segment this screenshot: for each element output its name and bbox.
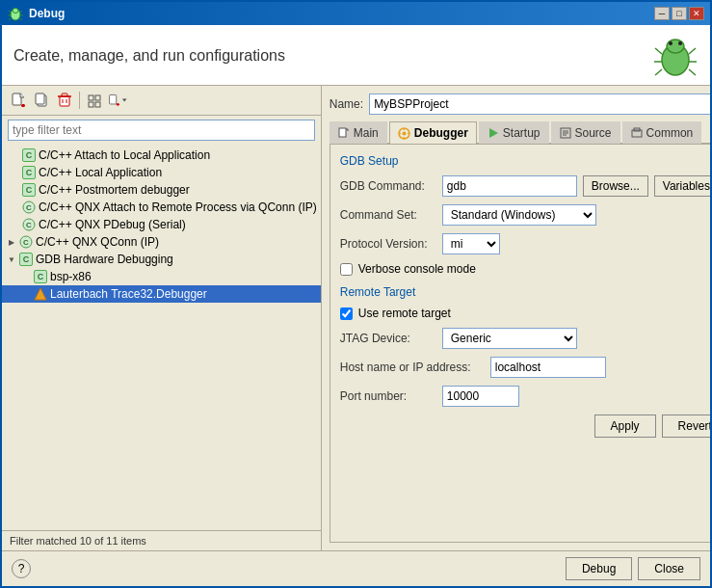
svg-text:C: C: [26, 203, 32, 212]
c-badge-icon-bsp: C: [33, 269, 48, 284]
svg-point-9: [667, 40, 684, 53]
svg-rect-29: [89, 95, 93, 100]
window-close-button[interactable]: ✕: [689, 7, 704, 20]
command-set-row: Command Set: Standard (Windows) Standard…: [340, 204, 710, 226]
apply-button[interactable]: Apply: [594, 414, 656, 438]
tree-item-gdb-hw[interactable]: ▼ C GDB Hardware Debugging: [2, 251, 321, 268]
port-row: Port number:: [340, 386, 710, 407]
new-type-dropdown-button[interactable]: [107, 90, 128, 111]
title-bar: Debug ─ □ ✕: [2, 2, 710, 25]
common-tab-icon: [631, 127, 643, 139]
tree-item-attach-local[interactable]: C C/C++ Attach to Local Application: [2, 147, 321, 164]
tree-item-qnx-attach[interactable]: C C/C++ QNX Attach to Remote Process via…: [2, 199, 321, 216]
svg-line-2: [9, 11, 11, 13]
gdb-setup-title: GDB Setup: [340, 154, 710, 168]
tab-common[interactable]: Common: [622, 121, 702, 144]
collapse-all-button[interactable]: [84, 90, 105, 111]
filter-input[interactable]: [8, 120, 315, 141]
remote-section: Remote Target Use remote target JTAG Dev…: [340, 285, 710, 407]
svg-text:C: C: [23, 238, 29, 247]
svg-line-15: [689, 69, 696, 75]
command-set-select[interactable]: Standard (Windows) Standard Cygwin: [442, 204, 596, 226]
close-button[interactable]: Close: [638, 557, 700, 580]
use-remote-row: Use remote target: [340, 307, 710, 320]
filter-status: Filter matched 10 of 11 items: [2, 530, 321, 550]
toolbar: [2, 86, 321, 116]
svg-line-6: [9, 18, 11, 20]
use-remote-checkbox[interactable]: [340, 307, 353, 320]
svg-point-16: [669, 41, 672, 45]
debug-button[interactable]: Debug: [566, 557, 632, 580]
protocol-select[interactable]: mi mi2 mi3: [442, 233, 500, 254]
lauterbach-icon: [33, 286, 48, 302]
tab-startup-label: Startup: [503, 126, 541, 140]
verbose-row: Verbose console mode: [340, 262, 710, 276]
tab-startup[interactable]: Startup: [479, 121, 549, 144]
apply-revert-buttons: Apply Revert: [340, 414, 710, 438]
qnx-icon-3: C: [18, 234, 34, 250]
svg-line-7: [20, 18, 22, 20]
help-button[interactable]: ?: [12, 559, 31, 578]
expand-arrow-gdb: ▼: [6, 254, 17, 265]
svg-rect-26: [62, 94, 67, 96]
window-title: Debug: [29, 7, 65, 20]
port-input[interactable]: [442, 386, 519, 407]
svg-line-11: [689, 48, 696, 54]
gdb-command-input[interactable]: [442, 175, 577, 197]
tab-debugger[interactable]: Debugger: [389, 121, 477, 144]
svg-point-47: [402, 131, 406, 135]
svg-rect-32: [95, 102, 100, 107]
tab-main[interactable]: Main: [330, 121, 387, 144]
svg-text:C: C: [26, 221, 32, 229]
left-panel: C C/C++ Attach to Local Application C C/…: [2, 86, 322, 550]
maximize-button[interactable]: □: [672, 7, 687, 20]
footer-buttons: Debug Close: [566, 557, 700, 580]
tree-item-bsp-x86[interactable]: C bsp-x86: [2, 268, 321, 285]
variables-button[interactable]: Variables...: [654, 175, 710, 197]
svg-rect-23: [36, 94, 44, 104]
remote-target-title: Remote Target: [340, 285, 710, 299]
new-config-button[interactable]: [8, 90, 29, 111]
startup-tab-icon: [488, 127, 499, 139]
debug-title-icon: [8, 6, 23, 21]
c-badge-icon: C: [21, 147, 37, 163]
svg-rect-24: [60, 96, 69, 106]
qnx-icon-1: C: [21, 200, 37, 215]
use-remote-label: Use remote target: [358, 307, 451, 320]
main-content: C C/C++ Attach to Local Application C C/…: [2, 86, 710, 550]
svg-marker-43: [35, 288, 46, 300]
source-tab-icon: [560, 127, 571, 139]
svg-rect-30: [95, 95, 100, 100]
main-tab-icon: [338, 127, 350, 139]
c-badge-icon-gdb: C: [18, 252, 34, 267]
svg-rect-33: [110, 94, 117, 104]
name-label: Name:: [330, 97, 363, 111]
tree-item-qnx-pdebug[interactable]: C C/C++ QNX PDebug (Serial): [2, 216, 321, 233]
tab-source[interactable]: Source: [551, 121, 620, 144]
gdb-command-row: GDB Command: Browse... Variables...: [340, 175, 710, 197]
duplicate-config-button[interactable]: [31, 90, 52, 111]
svg-line-3: [20, 11, 22, 13]
protocol-label: Protocol Version:: [340, 237, 436, 251]
tree-item-postmortem[interactable]: C C/C++ Postmortem debugger: [2, 181, 321, 199]
expand-arrow-qnx: ▶: [6, 236, 17, 248]
right-panel: Name: Main Debugger Startup: [322, 86, 710, 550]
config-panel: GDB Setup GDB Command: Browse... Variabl…: [330, 144, 710, 543]
tree-item-local[interactable]: C C/C++ Local Application: [2, 164, 321, 181]
host-input[interactable]: [490, 357, 606, 378]
verbose-checkbox[interactable]: [340, 263, 353, 276]
tree-item-qnx-qconn[interactable]: ▶ C C/C++ QNX QConn (IP): [2, 233, 321, 251]
gdb-command-label: GDB Command:: [340, 179, 436, 193]
svg-line-14: [655, 69, 662, 75]
revert-button[interactable]: Revert: [662, 414, 710, 438]
filter-wrap: [2, 116, 321, 145]
name-input[interactable]: [369, 94, 710, 115]
tab-debugger-label: Debugger: [414, 126, 468, 140]
delete-config-button[interactable]: [54, 90, 75, 111]
tree-item-lauterbach[interactable]: Lauterbach Trace32.Debugger: [2, 285, 321, 303]
jtag-select[interactable]: Generic OpenOCD: [442, 328, 577, 349]
minimize-button[interactable]: ─: [654, 7, 670, 20]
svg-line-10: [655, 48, 662, 54]
toolbar-separator-1: [79, 92, 80, 109]
browse-button[interactable]: Browse...: [583, 175, 648, 197]
